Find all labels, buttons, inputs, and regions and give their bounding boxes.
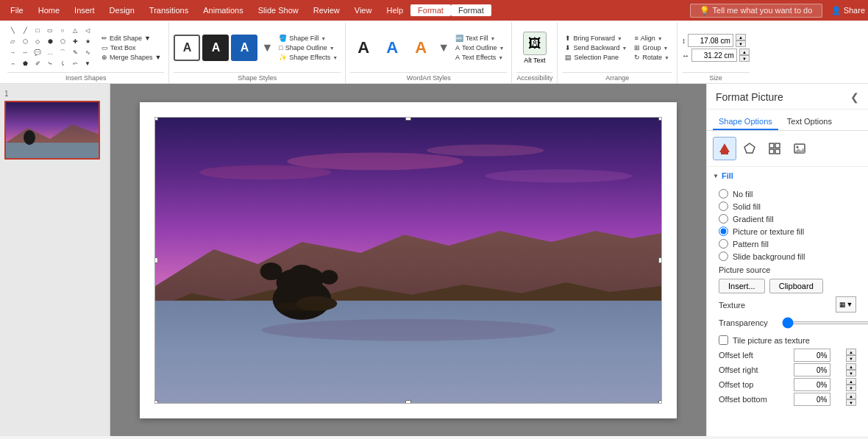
shape-rt-tri[interactable]: ◁ (82, 26, 93, 35)
offset-left-down[interactable]: ▼ (846, 355, 856, 362)
tab-text-options[interactable]: Text Options (781, 114, 838, 130)
text-outline-button[interactable]: A Text Outline ▼ (452, 43, 507, 52)
shape-conn1[interactable]: ⤷ (45, 60, 55, 68)
shape-effects-button[interactable]: ✨ Shape Effects ▼ (276, 53, 341, 62)
offset-right-down[interactable]: ▼ (846, 370, 856, 376)
text-box-button[interactable]: ▭ Text Box (99, 43, 164, 52)
wordart-sample-1[interactable]: A (350, 35, 377, 61)
send-backward-button[interactable]: ⬇ Send Backward ▼ (562, 43, 630, 52)
menu-design[interactable]: Design (102, 4, 142, 16)
shape-arrow2[interactable]: ↔ (20, 49, 30, 57)
no-fill-radio[interactable] (719, 189, 728, 199)
fill-effects-icon-btn[interactable] (713, 137, 736, 160)
group-button[interactable]: ⊞ Group ▼ (631, 43, 672, 52)
height-input[interactable] (688, 34, 733, 47)
shape-fill-button[interactable]: 🪣 Shape Fill ▼ (276, 34, 341, 43)
offset-left-input[interactable] (794, 349, 830, 362)
search-bar[interactable]: 💡 Tell me what you want to do (690, 4, 822, 18)
handle-top-left[interactable] (154, 117, 158, 121)
shape-oval[interactable]: ○ (57, 26, 68, 35)
menu-home[interactable]: Home (31, 4, 67, 16)
menu-transitions[interactable]: Transitions (142, 4, 196, 16)
gradient-fill-radio[interactable] (719, 214, 728, 224)
height-up[interactable]: ▲ (736, 34, 746, 40)
shape-conn3[interactable]: ⤺ (70, 60, 80, 68)
wordart-sample-3[interactable]: A (408, 35, 434, 61)
shape-effects-icon-btn[interactable] (738, 137, 761, 160)
picture-icon-btn[interactable] (788, 137, 811, 160)
offset-top-input[interactable] (794, 378, 830, 391)
slide-bg-radio[interactable] (719, 251, 728, 261)
align-button[interactable]: ≡ Align ▼ (631, 34, 672, 43)
menu-insert[interactable]: Insert (67, 4, 102, 16)
offset-top-up[interactable]: ▲ (846, 378, 856, 385)
shape-arrow[interactable]: → (7, 49, 18, 57)
alt-text-button[interactable]: 🖼 Alt Text (519, 30, 551, 65)
handle-bottom-right[interactable] (658, 400, 662, 404)
height-down[interactable]: ▼ (736, 40, 746, 47)
shape-para[interactable]: ▱ (7, 38, 18, 46)
rotate-button[interactable]: ↻ Rotate ▼ (631, 53, 672, 62)
style-sample-1[interactable]: A (174, 35, 200, 61)
shape-diamond[interactable]: ◇ (32, 38, 43, 46)
shape-outline-button[interactable]: □ Shape Outline ▼ (276, 43, 341, 52)
offset-top-down[interactable]: ▼ (846, 385, 856, 391)
layout-icon-btn[interactable] (763, 137, 786, 160)
shape-oct[interactable]: ⬠ (57, 38, 68, 46)
format-panel-close[interactable]: ❮ (850, 91, 859, 103)
pattern-fill-radio[interactable] (719, 239, 728, 249)
offset-bottom-up[interactable]: ▲ (846, 393, 856, 399)
solid-fill-radio[interactable] (719, 201, 728, 211)
offset-right-up[interactable]: ▲ (846, 363, 856, 370)
menu-view[interactable]: View (347, 4, 380, 16)
menu-animations[interactable]: Animations (196, 4, 250, 16)
handle-middle-right[interactable] (658, 257, 662, 263)
menu-file[interactable]: File (3, 4, 31, 16)
text-fill-button[interactable]: 🔤 Text Fill ▼ (452, 34, 507, 43)
clipboard-button[interactable]: Clipboard (769, 279, 823, 293)
shape-hex[interactable]: ⬢ (45, 38, 55, 46)
transparency-slider[interactable] (782, 321, 868, 324)
offset-left-up[interactable]: ▲ (846, 349, 856, 355)
shape-conn2[interactable]: ⤹ (57, 60, 68, 68)
style-sample-3[interactable]: A (231, 35, 257, 61)
fill-section-header[interactable]: ▼ Fill (707, 167, 868, 185)
shape-round-rect[interactable]: ▭ (45, 26, 55, 35)
shape-line[interactable]: ╲ (7, 26, 18, 35)
shape-triangle[interactable]: △ (70, 26, 80, 35)
width-down[interactable]: ▼ (739, 55, 750, 62)
slide-thumbnail[interactable] (4, 101, 100, 160)
shape-free[interactable]: ✎ (70, 49, 80, 57)
edit-shape-button[interactable]: ✏ Edit Shape ▼ (99, 34, 164, 43)
share-button[interactable]: 👤 Share (831, 6, 865, 15)
width-up[interactable]: ▲ (739, 49, 750, 55)
insert-button[interactable]: Insert... (719, 279, 765, 293)
text-effects-button[interactable]: A Text Effects ▼ (452, 53, 507, 62)
shape-scribble[interactable]: ∿ (82, 49, 93, 57)
handle-bottom-left[interactable] (154, 400, 158, 404)
menu-help[interactable]: Help (379, 4, 410, 16)
offset-bottom-down[interactable]: ▼ (846, 399, 856, 406)
shape-star[interactable]: ★ (82, 38, 93, 46)
selection-pane-button[interactable]: ▤ Selection Pane (562, 53, 630, 62)
image-frame[interactable] (154, 117, 662, 404)
shape-expand[interactable]: ▼ (82, 60, 93, 68)
menu-format2[interactable]: Format (451, 4, 491, 16)
merge-shapes-button[interactable]: ⊕ Merge Shapes ▼ (99, 53, 164, 62)
handle-top-right[interactable] (658, 117, 662, 121)
wordart-expand-icon[interactable]: ▼ (436, 40, 451, 56)
shape-curve[interactable]: ⌒ (57, 49, 68, 57)
menu-slideshow[interactable]: Slide Show (251, 4, 306, 16)
shape-freeform[interactable]: ✐ (32, 60, 43, 68)
shape-line2[interactable]: ╱ (20, 26, 30, 35)
width-input[interactable] (691, 49, 737, 62)
bring-forward-button[interactable]: ⬆ Bring Forward ▼ (562, 34, 630, 43)
handle-top-middle[interactable] (405, 117, 411, 121)
wordart-sample-2[interactable]: A (379, 35, 405, 61)
shape-callout[interactable]: 💬 (32, 49, 43, 57)
menu-format1[interactable]: Format (410, 4, 451, 16)
shape-poly[interactable]: ⬟ (20, 60, 30, 68)
picture-fill-radio[interactable] (719, 226, 728, 236)
shape-trap[interactable]: ⬡ (20, 38, 30, 46)
shape-more[interactable]: … (45, 49, 55, 57)
